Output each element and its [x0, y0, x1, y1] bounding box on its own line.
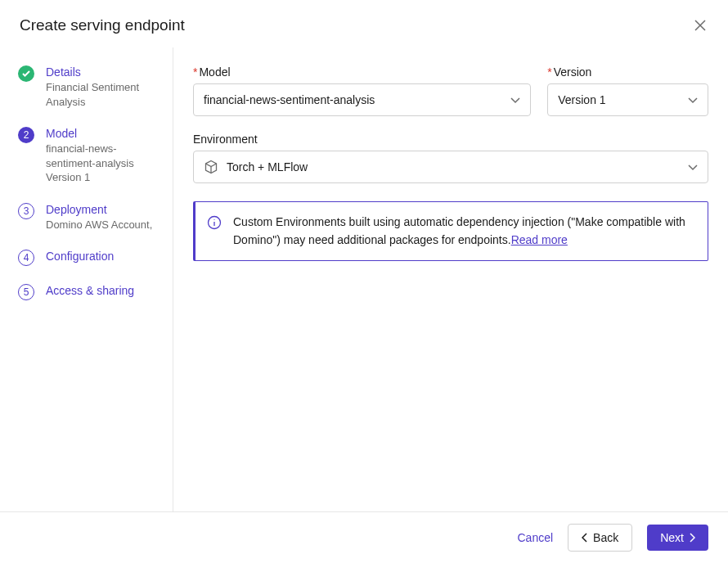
model-select[interactable]: financial-news-sentiment-analysis — [193, 83, 531, 116]
chevron-left-icon — [582, 533, 588, 543]
step-model[interactable]: 2 Model financial-news-sentiment-analysi… — [18, 127, 160, 185]
svg-point-1 — [213, 219, 214, 220]
environment-select[interactable]: Torch + MLFlow — [193, 151, 708, 183]
version-value: Version 1 — [558, 93, 605, 106]
footer: Cancel Back Next — [0, 511, 728, 563]
step-number-icon: 4 — [18, 250, 34, 266]
check-icon — [18, 65, 34, 82]
step-details[interactable]: Details Financial Sentiment Analysis — [18, 65, 160, 109]
step-number-icon: 2 — [18, 127, 34, 143]
step-access-sharing[interactable]: 5 Access & sharing — [18, 284, 160, 300]
step-subtitle: financial-news-sentiment-analysis Versio… — [46, 142, 160, 185]
cube-icon — [204, 160, 218, 174]
model-value: financial-news-sentiment-analysis — [204, 93, 375, 106]
close-button[interactable] — [692, 17, 708, 34]
chevron-down-icon — [688, 93, 698, 106]
page-title: Create serving endpoint — [20, 16, 185, 34]
wizard-sidebar: Details Financial Sentiment Analysis 2 M… — [0, 47, 173, 522]
chevron-down-icon — [688, 160, 698, 173]
step-subtitle: Financial Sentiment Analysis — [46, 80, 160, 109]
environment-value: Torch + MLFlow — [227, 160, 308, 173]
close-icon — [694, 20, 706, 31]
back-button[interactable]: Back — [568, 524, 632, 552]
next-button[interactable]: Next — [647, 525, 708, 551]
chevron-right-icon — [689, 533, 695, 543]
step-configuration[interactable]: 4 Configuration — [18, 250, 160, 266]
version-select[interactable]: Version 1 — [547, 83, 708, 116]
step-title: Access & sharing — [46, 284, 160, 297]
step-subtitle: Domino AWS Account, — [46, 218, 160, 232]
model-label: *Model — [193, 65, 531, 79]
environment-label: Environment — [193, 133, 708, 146]
step-deployment[interactable]: 3 Deployment Domino AWS Account, — [18, 203, 160, 232]
step-title: Model — [46, 127, 160, 140]
main-panel: *Model financial-news-sentiment-analysis… — [173, 47, 728, 522]
read-more-link[interactable]: Read more — [511, 233, 568, 246]
step-title: Deployment — [46, 203, 160, 216]
step-number-icon: 3 — [18, 203, 34, 219]
step-title: Configuration — [46, 250, 160, 263]
version-label: *Version — [547, 65, 708, 79]
info-icon — [207, 215, 222, 236]
cancel-button[interactable]: Cancel — [517, 531, 553, 544]
chevron-down-icon — [510, 93, 520, 106]
step-title: Details — [46, 65, 160, 79]
info-callout: Custom Environments built using automati… — [193, 201, 708, 261]
step-number-icon: 5 — [18, 284, 34, 300]
info-text: Custom Environments built using automati… — [233, 215, 685, 246]
